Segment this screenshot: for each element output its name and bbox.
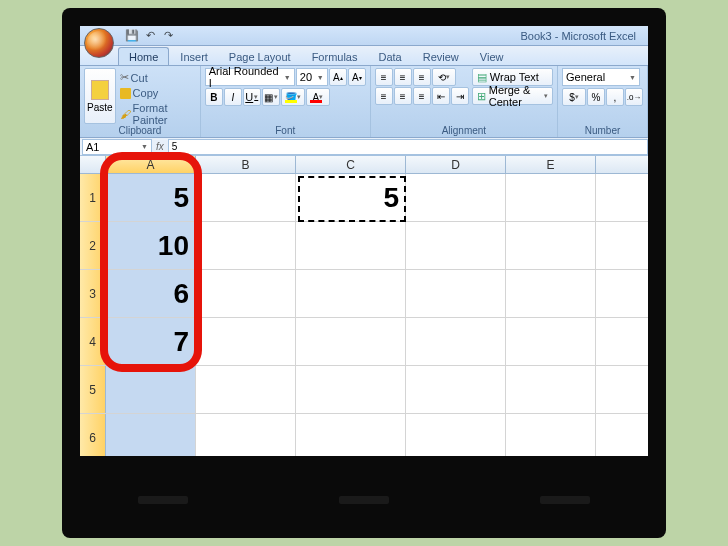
cell-a3[interactable]: 6 — [106, 270, 196, 317]
formula-bar[interactable]: 5 — [168, 139, 648, 155]
office-button[interactable] — [84, 28, 114, 58]
cell-c4[interactable] — [296, 318, 406, 365]
col-header-d[interactable]: D — [406, 156, 506, 173]
redo-icon[interactable]: ↷ — [160, 28, 176, 44]
orientation-button[interactable]: ⟲▾ — [432, 68, 456, 86]
ribbon-tabs: Home Insert Page Layout Formulas Data Re… — [80, 46, 648, 66]
merge-center-button[interactable]: ⊞Merge & Center▾ — [472, 87, 553, 105]
cell-b3[interactable] — [196, 270, 296, 317]
row-header-3[interactable]: 3 — [80, 270, 106, 317]
font-color-button[interactable]: A▾ — [306, 88, 330, 106]
col-header-a[interactable]: A — [106, 156, 196, 173]
cell-b5[interactable] — [196, 366, 296, 413]
align-middle-button[interactable]: ≡ — [394, 68, 412, 86]
laptop-base — [62, 480, 666, 520]
tab-data[interactable]: Data — [368, 48, 411, 65]
grid-rows: 1 5 5 2 10 3 6 4 7 — [80, 174, 648, 456]
italic-button[interactable]: I — [224, 88, 242, 106]
grow-font-button[interactable]: A▴ — [329, 68, 347, 86]
group-number: General▼ $▾ % , .0→ Number — [558, 66, 648, 137]
cell-e6[interactable] — [506, 414, 596, 456]
align-bottom-button[interactable]: ≡ — [413, 68, 431, 86]
tab-insert[interactable]: Insert — [170, 48, 218, 65]
save-icon[interactable]: 💾 — [124, 28, 140, 44]
align-right-button[interactable]: ≡ — [413, 87, 431, 105]
cell-a2[interactable]: 10 — [106, 222, 196, 269]
underline-button[interactable]: U▾ — [243, 88, 261, 106]
tab-view[interactable]: View — [470, 48, 514, 65]
cell-d4[interactable] — [406, 318, 506, 365]
border-button[interactable]: ▦▾ — [262, 88, 280, 106]
cell-c6[interactable] — [296, 414, 406, 456]
col-header-e[interactable]: E — [506, 156, 596, 173]
font-label: Font — [201, 125, 370, 136]
align-top-button[interactable]: ≡ — [375, 68, 393, 86]
cell-a6[interactable] — [106, 414, 196, 456]
cell-c1[interactable]: 5 — [296, 174, 406, 221]
cell-a1[interactable]: 5 — [106, 174, 196, 221]
tab-page-layout[interactable]: Page Layout — [219, 48, 301, 65]
format-painter-button[interactable]: 🖌Format Painter — [118, 101, 196, 127]
cell-b4[interactable] — [196, 318, 296, 365]
cell-c2[interactable] — [296, 222, 406, 269]
percent-button[interactable]: % — [587, 88, 605, 106]
row-header-6[interactable]: 6 — [80, 414, 106, 456]
col-header-b[interactable]: B — [196, 156, 296, 173]
cell-e2[interactable] — [506, 222, 596, 269]
tab-home[interactable]: Home — [118, 47, 169, 65]
currency-button[interactable]: $▾ — [562, 88, 586, 106]
row-header-5[interactable]: 5 — [80, 366, 106, 413]
align-left-button[interactable]: ≡ — [375, 87, 393, 105]
copy-button[interactable]: Copy — [118, 86, 196, 100]
cell-e5[interactable] — [506, 366, 596, 413]
cell-d3[interactable] — [406, 270, 506, 317]
row-header-2[interactable]: 2 — [80, 222, 106, 269]
font-size-combo[interactable]: 20▼ — [296, 68, 328, 86]
tab-formulas[interactable]: Formulas — [302, 48, 368, 65]
ribbon: Paste ✂Cut Copy 🖌Format Painter Clipboar… — [80, 66, 648, 138]
clipboard-icon — [91, 80, 109, 100]
comma-button[interactable]: , — [606, 88, 624, 106]
cell-d1[interactable] — [406, 174, 506, 221]
tab-review[interactable]: Review — [413, 48, 469, 65]
row-header-4[interactable]: 4 — [80, 318, 106, 365]
cut-button[interactable]: ✂Cut — [118, 70, 196, 85]
decrease-indent-button[interactable]: ⇤ — [432, 87, 450, 105]
row-1: 1 5 5 — [80, 174, 648, 222]
name-box[interactable]: A1▼ — [82, 139, 152, 155]
row-header-1[interactable]: 1 — [80, 174, 106, 221]
bold-button[interactable]: B — [205, 88, 223, 106]
cell-d6[interactable] — [406, 414, 506, 456]
cell-b2[interactable] — [196, 222, 296, 269]
cell-c5[interactable] — [296, 366, 406, 413]
copy-icon — [120, 88, 131, 99]
cell-a5[interactable] — [106, 366, 196, 413]
cell-b1[interactable] — [196, 174, 296, 221]
cell-e3[interactable] — [506, 270, 596, 317]
cell-b6[interactable] — [196, 414, 296, 456]
fill-color-button[interactable]: 🪣▾ — [281, 88, 305, 106]
shrink-font-button[interactable]: A▾ — [348, 68, 366, 86]
hinge — [138, 496, 188, 504]
undo-icon[interactable]: ↶ — [142, 28, 158, 44]
fx-icon[interactable]: fx — [156, 141, 164, 152]
cell-e4[interactable] — [506, 318, 596, 365]
align-center-button[interactable]: ≡ — [394, 87, 412, 105]
formula-bar-row: A1▼ fx 5 — [80, 138, 648, 156]
cell-d5[interactable] — [406, 366, 506, 413]
row-2: 2 10 — [80, 222, 648, 270]
increase-decimal-button[interactable]: .0→ — [625, 88, 643, 106]
hinge — [339, 496, 389, 504]
number-format-combo[interactable]: General▼ — [562, 68, 640, 86]
paste-button[interactable]: Paste — [84, 68, 116, 124]
cell-a4[interactable]: 7 — [106, 318, 196, 365]
cell-d2[interactable] — [406, 222, 506, 269]
font-name-combo[interactable]: Arial Rounded I▼ — [205, 68, 295, 86]
window-title: Book3 - Microsoft Excel — [520, 30, 644, 42]
cell-e1[interactable] — [506, 174, 596, 221]
select-all-corner[interactable] — [80, 156, 106, 173]
cell-c3[interactable] — [296, 270, 406, 317]
increase-indent-button[interactable]: ⇥ — [451, 87, 469, 105]
col-header-c[interactable]: C — [296, 156, 406, 173]
hinge — [540, 496, 590, 504]
